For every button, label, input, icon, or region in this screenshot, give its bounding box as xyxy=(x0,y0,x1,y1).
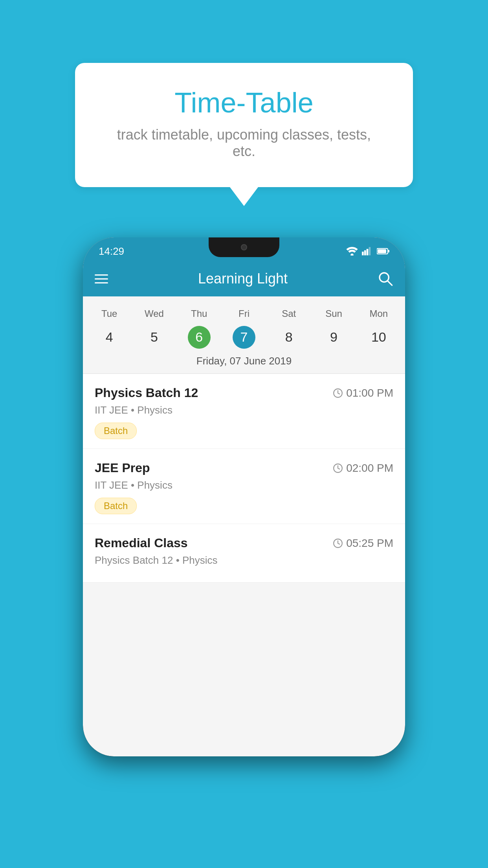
phone-screen: 14:29 xyxy=(83,237,405,756)
day-7-selected[interactable]: 7 xyxy=(233,326,255,349)
clock-icon-2 xyxy=(333,463,343,473)
event-3-meta: Physics Batch 12 • Physics xyxy=(95,554,393,566)
svg-rect-2 xyxy=(364,250,366,256)
svg-rect-3 xyxy=(367,249,369,255)
day-10[interactable]: 10 xyxy=(356,325,401,349)
event-card-1[interactable]: Physics Batch 12 01:00 PM IIT JEE • Phys… xyxy=(83,374,405,449)
bubble-subtitle: track timetable, upcoming classes, tests… xyxy=(106,127,382,160)
svg-rect-7 xyxy=(378,249,386,253)
event-2-time: 02:00 PM xyxy=(333,462,393,474)
phone-notch xyxy=(209,237,279,257)
app-title: Learning Light xyxy=(198,270,288,287)
svg-rect-1 xyxy=(362,252,364,255)
day-header-fri: Fri xyxy=(222,304,266,323)
calendar-strip: Tue Wed Thu Fri Sat Sun Mon 4 5 6 7 8 9 … xyxy=(83,296,405,374)
phone-frame: 14:29 xyxy=(83,237,405,756)
event-3-header: Remedial Class 05:25 PM xyxy=(95,536,393,550)
status-icons xyxy=(346,247,389,256)
day-header-sun: Sun xyxy=(311,304,356,323)
event-1-time: 01:00 PM xyxy=(333,387,393,399)
day-6-today[interactable]: 6 xyxy=(188,326,211,349)
day-5[interactable]: 5 xyxy=(132,325,176,349)
day-headers: Tue Wed Thu Fri Sat Sun Mon xyxy=(83,304,405,323)
events-list: Physics Batch 12 01:00 PM IIT JEE • Phys… xyxy=(83,374,405,583)
clock-icon-3 xyxy=(333,538,343,548)
speech-bubble-card: Time-Table track timetable, upcoming cla… xyxy=(75,63,413,187)
event-1-badge: Batch xyxy=(95,423,137,439)
event-1-time-text: 01:00 PM xyxy=(346,387,393,399)
event-3-time: 05:25 PM xyxy=(333,537,393,550)
event-3-title: Remedial Class xyxy=(95,536,188,550)
wifi-icon xyxy=(346,247,358,256)
event-2-title: JEE Prep xyxy=(95,461,150,475)
svg-rect-4 xyxy=(369,247,371,256)
svg-point-0 xyxy=(350,254,353,256)
event-2-badge: Batch xyxy=(95,498,137,514)
battery-icon xyxy=(377,248,389,255)
event-1-header: Physics Batch 12 01:00 PM xyxy=(95,386,393,400)
day-8[interactable]: 8 xyxy=(266,325,311,349)
event-2-meta: IIT JEE • Physics xyxy=(95,479,393,491)
search-icon[interactable] xyxy=(378,271,393,287)
day-header-wed: Wed xyxy=(132,304,176,323)
day-header-tue: Tue xyxy=(87,304,132,323)
svg-rect-6 xyxy=(388,250,389,252)
day-4[interactable]: 4 xyxy=(87,325,132,349)
event-2-header: JEE Prep 02:00 PM xyxy=(95,461,393,475)
day-header-thu: Thu xyxy=(177,304,222,323)
bubble-title: Time-Table xyxy=(106,86,382,119)
event-3-time-text: 05:25 PM xyxy=(346,537,393,550)
signal-icon xyxy=(362,247,373,256)
day-header-mon: Mon xyxy=(356,304,401,323)
event-1-title: Physics Batch 12 xyxy=(95,386,198,400)
day-9[interactable]: 9 xyxy=(311,325,356,349)
phone-mockup: 14:29 xyxy=(83,237,405,756)
event-card-2[interactable]: JEE Prep 02:00 PM IIT JEE • Physics Batc… xyxy=(83,449,405,524)
clock-icon-1 xyxy=(333,388,343,398)
svg-line-9 xyxy=(388,281,392,285)
event-1-meta: IIT JEE • Physics xyxy=(95,404,393,416)
app-bar: Learning Light xyxy=(83,261,405,296)
hamburger-menu-icon[interactable] xyxy=(95,274,108,283)
speech-bubble-section: Time-Table track timetable, upcoming cla… xyxy=(75,63,413,206)
camera-dot xyxy=(241,244,247,250)
date-label: Friday, 07 June 2019 xyxy=(83,349,405,373)
status-time: 14:29 xyxy=(99,245,124,257)
bubble-arrow xyxy=(230,187,258,206)
event-2-time-text: 02:00 PM xyxy=(346,462,393,474)
day-numbers: 4 5 6 7 8 9 10 xyxy=(83,325,405,349)
event-card-3[interactable]: Remedial Class 05:25 PM Physics Batch 12… xyxy=(83,524,405,583)
day-header-sat: Sat xyxy=(266,304,311,323)
